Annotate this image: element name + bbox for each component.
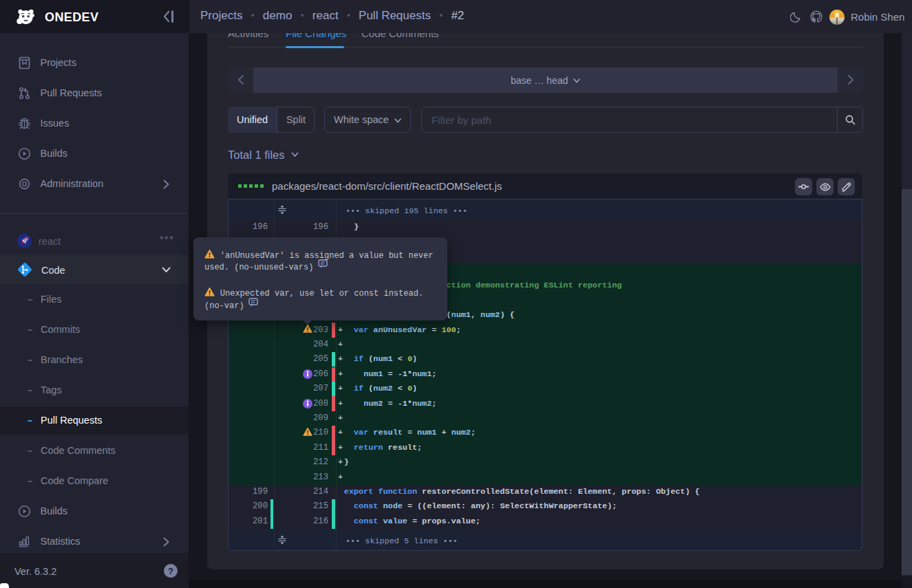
svg-text:?: ? xyxy=(168,566,173,576)
